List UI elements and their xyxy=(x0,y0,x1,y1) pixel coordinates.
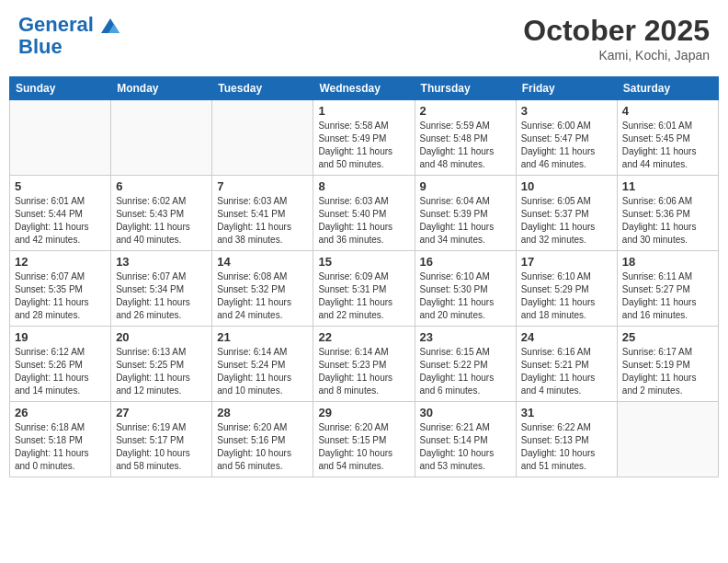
day-info: Sunrise: 6:05 AM Sunset: 5:37 PM Dayligh… xyxy=(521,195,612,247)
day-number: 11 xyxy=(622,179,713,193)
day-number: 18 xyxy=(622,255,713,269)
calendar-day-31: 31Sunrise: 6:22 AM Sunset: 5:13 PM Dayli… xyxy=(516,402,617,477)
day-info: Sunrise: 6:01 AM Sunset: 5:44 PM Dayligh… xyxy=(15,195,106,247)
calendar-day-14: 14Sunrise: 6:08 AM Sunset: 5:32 PM Dayli… xyxy=(212,251,313,327)
day-number: 23 xyxy=(420,330,511,344)
calendar-day-30: 30Sunrise: 6:21 AM Sunset: 5:14 PM Dayli… xyxy=(415,402,516,477)
day-info: Sunrise: 6:12 AM Sunset: 5:26 PM Dayligh… xyxy=(15,346,106,397)
calendar-day-18: 18Sunrise: 6:11 AM Sunset: 5:27 PM Dayli… xyxy=(617,251,718,327)
calendar-day-17: 17Sunrise: 6:10 AM Sunset: 5:29 PM Dayli… xyxy=(516,251,617,327)
day-number: 4 xyxy=(622,104,713,118)
column-header-sunday: Sunday xyxy=(10,77,111,100)
day-number: 20 xyxy=(116,330,207,344)
day-number: 30 xyxy=(420,406,511,419)
logo-general: General xyxy=(18,13,94,36)
day-info: Sunrise: 6:16 AM Sunset: 5:21 PM Dayligh… xyxy=(521,346,612,397)
column-header-monday: Monday xyxy=(111,77,212,100)
calendar-day-20: 20Sunrise: 6:13 AM Sunset: 5:25 PM Dayli… xyxy=(111,327,212,402)
calendar-day-27: 27Sunrise: 6:19 AM Sunset: 5:17 PM Dayli… xyxy=(111,402,212,477)
day-info: Sunrise: 6:06 AM Sunset: 5:36 PM Dayligh… xyxy=(622,195,713,247)
calendar-day-11: 11Sunrise: 6:06 AM Sunset: 5:36 PM Dayli… xyxy=(617,176,718,251)
calendar-day-29: 29Sunrise: 6:20 AM Sunset: 5:15 PM Dayli… xyxy=(313,402,415,477)
column-header-friday: Friday xyxy=(516,77,617,100)
day-info: Sunrise: 6:09 AM Sunset: 5:31 PM Dayligh… xyxy=(318,270,409,322)
calendar-day-19: 19Sunrise: 6:12 AM Sunset: 5:26 PM Dayli… xyxy=(10,327,111,402)
logo-text: General xyxy=(18,14,119,36)
day-number: 14 xyxy=(217,255,308,269)
day-number: 3 xyxy=(521,104,612,118)
calendar-day-4: 4Sunrise: 6:01 AM Sunset: 5:45 PM Daylig… xyxy=(617,100,718,176)
calendar-day-3: 3Sunrise: 6:00 AM Sunset: 5:47 PM Daylig… xyxy=(516,100,617,176)
day-info: Sunrise: 6:03 AM Sunset: 5:40 PM Dayligh… xyxy=(318,195,409,247)
day-number: 26 xyxy=(15,406,106,419)
day-info: Sunrise: 6:02 AM Sunset: 5:43 PM Dayligh… xyxy=(116,195,207,247)
month-title: October 2025 xyxy=(523,14,710,48)
calendar-day-7: 7Sunrise: 6:03 AM Sunset: 5:41 PM Daylig… xyxy=(212,176,313,251)
day-number: 24 xyxy=(521,330,612,344)
day-number: 9 xyxy=(420,179,511,193)
day-number: 19 xyxy=(15,330,106,344)
calendar-day-empty xyxy=(111,100,212,176)
day-info: Sunrise: 6:11 AM Sunset: 5:27 PM Dayligh… xyxy=(622,270,713,322)
location: Kami, Kochi, Japan xyxy=(523,48,710,63)
day-info: Sunrise: 6:00 AM Sunset: 5:47 PM Dayligh… xyxy=(521,120,612,171)
day-number: 1 xyxy=(318,104,409,118)
column-header-saturday: Saturday xyxy=(617,77,718,100)
calendar-day-empty xyxy=(617,402,718,477)
logo: General Blue xyxy=(18,14,119,58)
day-info: Sunrise: 5:59 AM Sunset: 5:48 PM Dayligh… xyxy=(420,120,511,171)
calendar-day-21: 21Sunrise: 6:14 AM Sunset: 5:24 PM Dayli… xyxy=(212,327,313,402)
day-number: 5 xyxy=(15,179,106,193)
day-info: Sunrise: 6:04 AM Sunset: 5:39 PM Dayligh… xyxy=(420,195,511,247)
calendar-day-15: 15Sunrise: 6:09 AM Sunset: 5:31 PM Dayli… xyxy=(313,251,415,327)
day-info: Sunrise: 6:14 AM Sunset: 5:24 PM Dayligh… xyxy=(217,346,308,397)
day-info: Sunrise: 6:18 AM Sunset: 5:18 PM Dayligh… xyxy=(15,421,106,473)
calendar-day-empty xyxy=(212,100,313,176)
day-info: Sunrise: 6:20 AM Sunset: 5:15 PM Dayligh… xyxy=(318,421,409,473)
calendar-day-5: 5Sunrise: 6:01 AM Sunset: 5:44 PM Daylig… xyxy=(10,176,111,251)
day-number: 25 xyxy=(622,330,713,344)
calendar-day-9: 9Sunrise: 6:04 AM Sunset: 5:39 PM Daylig… xyxy=(415,176,516,251)
calendar-header-row: SundayMondayTuesdayWednesdayThursdayFrid… xyxy=(10,77,719,100)
calendar-week-row: 5Sunrise: 6:01 AM Sunset: 5:44 PM Daylig… xyxy=(10,176,719,251)
calendar-day-25: 25Sunrise: 6:17 AM Sunset: 5:19 PM Dayli… xyxy=(617,327,718,402)
day-info: Sunrise: 6:17 AM Sunset: 5:19 PM Dayligh… xyxy=(622,346,713,397)
day-number: 12 xyxy=(15,255,106,269)
day-number: 13 xyxy=(116,255,207,269)
day-info: Sunrise: 6:10 AM Sunset: 5:29 PM Dayligh… xyxy=(521,270,612,322)
calendar-week-row: 19Sunrise: 6:12 AM Sunset: 5:26 PM Dayli… xyxy=(10,327,719,402)
day-info: Sunrise: 6:20 AM Sunset: 5:16 PM Dayligh… xyxy=(217,421,308,473)
calendar-day-28: 28Sunrise: 6:20 AM Sunset: 5:16 PM Dayli… xyxy=(212,402,313,477)
day-number: 6 xyxy=(116,179,207,193)
calendar-day-10: 10Sunrise: 6:05 AM Sunset: 5:37 PM Dayli… xyxy=(516,176,617,251)
day-info: Sunrise: 6:07 AM Sunset: 5:34 PM Dayligh… xyxy=(116,270,207,322)
calendar-day-23: 23Sunrise: 6:15 AM Sunset: 5:22 PM Dayli… xyxy=(415,327,516,402)
day-info: Sunrise: 6:13 AM Sunset: 5:25 PM Dayligh… xyxy=(116,346,207,397)
day-info: Sunrise: 6:03 AM Sunset: 5:41 PM Dayligh… xyxy=(217,195,308,247)
day-number: 21 xyxy=(217,330,308,344)
day-info: Sunrise: 6:21 AM Sunset: 5:14 PM Dayligh… xyxy=(420,421,511,473)
day-number: 29 xyxy=(318,406,409,419)
day-number: 2 xyxy=(420,104,511,118)
day-number: 22 xyxy=(318,330,409,344)
day-info: Sunrise: 6:19 AM Sunset: 5:17 PM Dayligh… xyxy=(116,421,207,473)
day-number: 31 xyxy=(521,406,612,419)
calendar-day-16: 16Sunrise: 6:10 AM Sunset: 5:30 PM Dayli… xyxy=(415,251,516,327)
calendar-day-6: 6Sunrise: 6:02 AM Sunset: 5:43 PM Daylig… xyxy=(111,176,212,251)
day-number: 8 xyxy=(318,179,409,193)
calendar-week-row: 26Sunrise: 6:18 AM Sunset: 5:18 PM Dayli… xyxy=(10,402,719,477)
calendar-day-13: 13Sunrise: 6:07 AM Sunset: 5:34 PM Dayli… xyxy=(111,251,212,327)
day-number: 10 xyxy=(521,179,612,193)
calendar-week-row: 12Sunrise: 6:07 AM Sunset: 5:35 PM Dayli… xyxy=(10,251,719,327)
day-info: Sunrise: 6:22 AM Sunset: 5:13 PM Dayligh… xyxy=(521,421,612,473)
calendar-day-26: 26Sunrise: 6:18 AM Sunset: 5:18 PM Dayli… xyxy=(10,402,111,477)
day-info: Sunrise: 6:14 AM Sunset: 5:23 PM Dayligh… xyxy=(318,346,409,397)
day-info: Sunrise: 6:01 AM Sunset: 5:45 PM Dayligh… xyxy=(622,120,713,171)
calendar-day-8: 8Sunrise: 6:03 AM Sunset: 5:40 PM Daylig… xyxy=(313,176,415,251)
calendar-day-2: 2Sunrise: 5:59 AM Sunset: 5:48 PM Daylig… xyxy=(415,100,516,176)
day-info: Sunrise: 5:58 AM Sunset: 5:49 PM Dayligh… xyxy=(318,120,409,171)
day-number: 27 xyxy=(116,406,207,419)
calendar-table: SundayMondayTuesdayWednesdayThursdayFrid… xyxy=(9,76,719,477)
column-header-thursday: Thursday xyxy=(415,77,516,100)
calendar-day-1: 1Sunrise: 5:58 AM Sunset: 5:49 PM Daylig… xyxy=(313,100,415,176)
